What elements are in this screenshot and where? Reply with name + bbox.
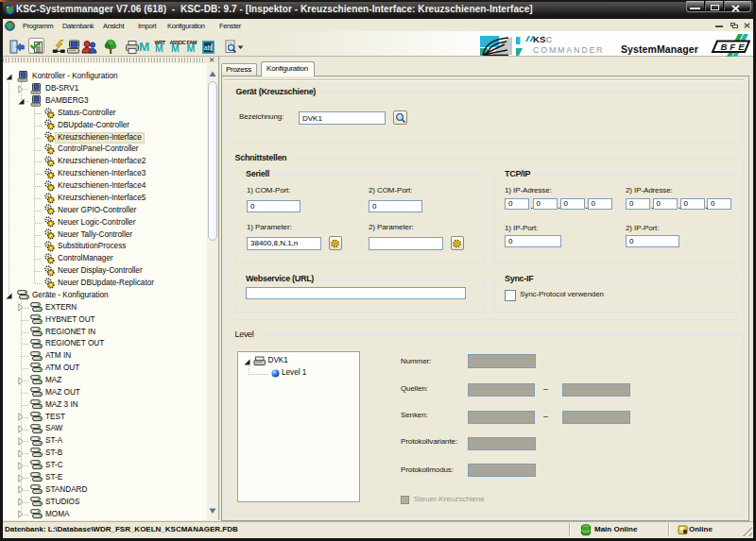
svg-text:ab: ab — [204, 44, 212, 51]
svg-text:BFE: BFE — [721, 42, 746, 52]
